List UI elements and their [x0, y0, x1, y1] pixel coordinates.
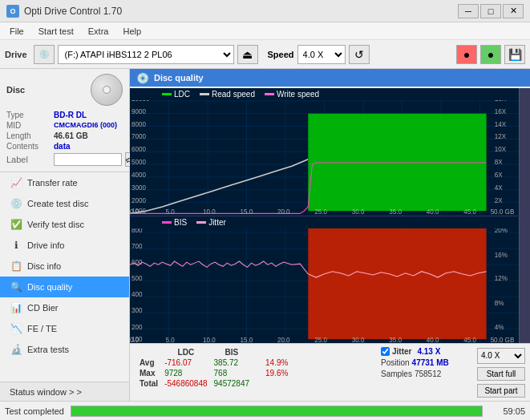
disc-title: Disc [6, 85, 25, 95]
start-part-button[interactable]: Start part [477, 384, 525, 398]
nav-extra-tests[interactable]: 🔬 Extra tests [0, 339, 129, 360]
svg-text:3000: 3000 [131, 184, 146, 192]
nav-create-test-disc[interactable]: 💿 Create test disc [0, 193, 129, 214]
menu-start-test[interactable]: Start test [32, 25, 80, 38]
avg-label: Avg [136, 357, 161, 368]
svg-text:50.0 GB: 50.0 GB [491, 208, 515, 215]
jitter-max-val: 19.6% [262, 368, 291, 378]
svg-text:25.0: 25.0 [314, 337, 327, 343]
svg-text:50.0 GB: 50.0 GB [491, 337, 515, 343]
svg-text:400: 400 [131, 291, 143, 298]
max-label: Max [136, 368, 161, 378]
main-layout: Disc Type BD-R DL MID CMCMAGDI6 (000) Le… [0, 69, 530, 401]
ldc-header: LDC [161, 347, 210, 357]
svg-text:500: 500 [131, 275, 143, 282]
close-button[interactable]: ✕ [503, 4, 524, 18]
bottom-chart-svg: 800 700 600 500 400 300 200 100 20% 16% … [130, 216, 519, 344]
jitter-checkbox[interactable] [381, 347, 390, 356]
maximize-button[interactable]: □ [480, 4, 501, 18]
svg-text:20.0: 20.0 [277, 337, 290, 343]
samples-row: Samples 758512 [381, 370, 467, 378]
svg-text:20.0: 20.0 [277, 208, 290, 215]
start-full-button[interactable]: Start full [477, 367, 525, 381]
max-bis: 768 [211, 368, 253, 378]
bottom-chart-legend: BIS Jitter [130, 216, 519, 228]
nav-disc-quality-label: Disc quality [27, 282, 72, 292]
speed-select[interactable]: 4.0 X [297, 45, 346, 64]
drive-select[interactable]: (F:) ATAPI iHBS112 2 PL06 [58, 45, 234, 64]
jitter-legend-label: Jitter [208, 218, 226, 227]
status-window-label: Status window > > [10, 387, 82, 397]
label-input[interactable] [54, 153, 122, 166]
disc-section: Disc Type BD-R DL MID CMCMAGDI6 (000) Le… [0, 69, 129, 172]
read-speed-legend-color [200, 93, 209, 95]
nav-cd-bier[interactable]: 📊 CD Bier [0, 297, 129, 318]
label-label: Label [6, 155, 51, 164]
svg-text:45.0: 45.0 [463, 337, 476, 343]
nav-disc-info[interactable]: 📋 Disc info [0, 256, 129, 277]
eject-btn[interactable]: ⏏ [237, 45, 258, 64]
svg-text:40.0: 40.0 [427, 208, 439, 215]
jitter-avg-label [253, 357, 262, 368]
nav-cd-bier-label: CD Bier [27, 303, 59, 313]
top-chart-scrollbar[interactable] [519, 88, 530, 216]
nav-transfer-rate[interactable]: 📈 Transfer rate [0, 172, 129, 193]
svg-text:10X: 10X [495, 146, 507, 153]
ldc-legend-label: LDC [174, 90, 190, 99]
drive-icon-btn[interactable]: 💿 [34, 45, 55, 64]
svg-text:0.0: 0.0 [130, 208, 140, 215]
save-btn[interactable]: 💾 [504, 45, 525, 64]
drive-info-icon: ℹ [10, 239, 22, 252]
stats-table: LDC BIS Avg -716.07 385.72 14.9% Max [136, 347, 291, 389]
green-btn[interactable]: ● [480, 45, 501, 64]
total-bis: 94572847 [211, 378, 253, 389]
svg-text:0.0: 0.0 [130, 337, 140, 343]
app-icon: O [6, 5, 19, 18]
nav-drive-info[interactable]: ℹ Drive info [0, 235, 129, 256]
bis-legend-label: BIS [174, 218, 187, 227]
cd-bier-icon: 📊 [10, 301, 22, 314]
disc-icon [91, 74, 123, 106]
legend-bis: BIS [162, 218, 187, 227]
bottom-chart-scrollbar[interactable] [519, 216, 530, 344]
top-chart-legend: LDC Read speed Write speed [130, 88, 519, 100]
svg-text:10.0: 10.0 [203, 208, 216, 215]
chart-title: Disc quality [154, 73, 204, 83]
title-bar: O Opti Drive Control 1.70 ─ □ ✕ [0, 0, 530, 22]
svg-text:40.0: 40.0 [427, 337, 439, 343]
svg-text:25.0: 25.0 [314, 208, 327, 215]
menu-extra[interactable]: Extra [82, 25, 115, 38]
red-btn[interactable]: ● [456, 45, 477, 64]
chart-header-icon: 💿 [136, 72, 149, 84]
svg-text:45.0: 45.0 [463, 208, 476, 215]
svg-text:6X: 6X [495, 172, 503, 179]
nav-disc-quality[interactable]: 🔍 Disc quality [0, 277, 129, 297]
menu-file[interactable]: File [3, 25, 30, 38]
bis-header: BIS [211, 347, 253, 357]
svg-text:5000: 5000 [131, 159, 146, 166]
drive-label: Drive [5, 50, 27, 59]
extra-tests-icon: 🔬 [10, 343, 22, 356]
nav-fe-te[interactable]: 📉 FE / TE [0, 318, 129, 339]
left-panel: Disc Type BD-R DL MID CMCMAGDI6 (000) Le… [0, 69, 130, 401]
speed-select-2[interactable]: 4.0 X [477, 348, 525, 364]
status-window-btn[interactable]: Status window > > [0, 382, 129, 401]
jitter-avg-val: 14.9% [262, 357, 291, 368]
refresh-btn[interactable]: ↺ [349, 45, 370, 64]
svg-text:8%: 8% [495, 299, 504, 306]
total-label: Total [136, 378, 161, 389]
minimize-button[interactable]: ─ [458, 4, 479, 18]
svg-text:9000: 9000 [131, 108, 146, 115]
write-speed-legend-label: Write speed [277, 90, 319, 99]
length-value: 46.61 GB [54, 131, 88, 140]
disc-mid-row: MID CMCMAGDI6 (000) [6, 121, 123, 130]
svg-text:200: 200 [131, 323, 143, 330]
toolbar: Drive 💿 (F:) ATAPI iHBS112 2 PL06 ⏏ Spee… [0, 40, 530, 69]
read-speed-legend-label: Read speed [212, 90, 255, 99]
nav-transfer-rate-label: Transfer rate [27, 178, 78, 188]
stats-area: LDC BIS Avg -716.07 385.72 14.9% Max [130, 343, 530, 401]
menu-help[interactable]: Help [116, 25, 148, 38]
stats-table-area: LDC BIS Avg -716.07 385.72 14.9% Max [130, 344, 376, 401]
svg-text:4%: 4% [495, 323, 504, 330]
nav-verify-test-disc[interactable]: ✅ Verify test disc [0, 214, 129, 235]
